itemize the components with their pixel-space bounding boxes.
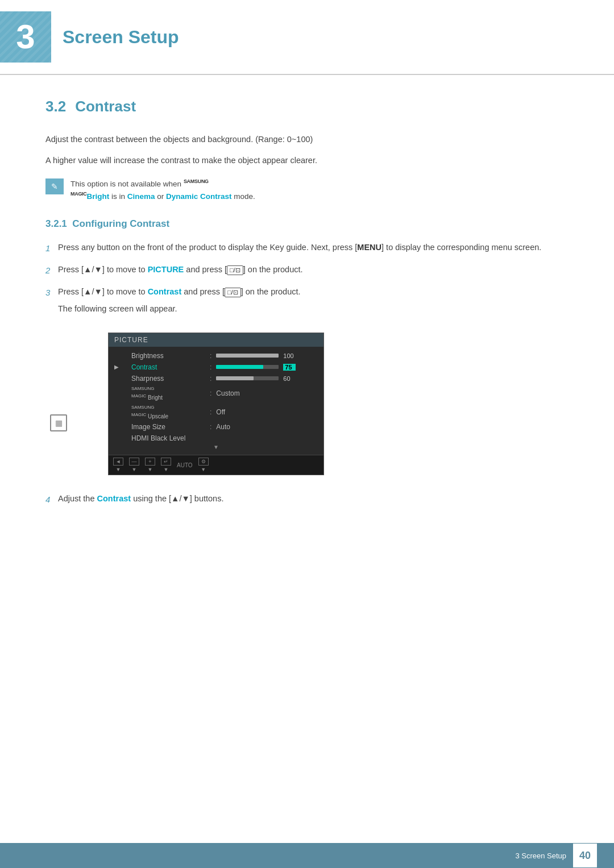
monitor-side-icon: ▦ — [50, 414, 67, 431]
step-4: 4 Adjust the Contrast using the [▲/▼] bu… — [45, 492, 569, 506]
menu-row-sharpness: Sharpness : 60 — [109, 373, 323, 384]
toolbar-btn-enter: ↵ ▼ — [161, 458, 171, 472]
toolbar-btn-minus: — ▼ — [129, 458, 139, 472]
header-divider — [0, 74, 614, 75]
step4-list: 4 Adjust the Contrast using the [▲/▼] bu… — [45, 492, 569, 506]
step-3-note: The following screen will appear. — [58, 302, 569, 315]
note-box: This option is not available when SAMSUN… — [45, 177, 569, 202]
step-2: 2 Press [▲/▼] to move to PICTURE and pre… — [45, 263, 569, 277]
description1: Adjust the contrast between the objects … — [45, 132, 569, 147]
description2: A higher value will increase the contras… — [45, 153, 569, 168]
chapter-box: 3 — [0, 11, 51, 63]
toolbar-btn-plus: + ▼ — [145, 458, 155, 472]
page-header: 3 Screen Setup — [0, 0, 614, 68]
menu-row-image-size: Image Size : Auto — [109, 421, 323, 433]
chapter-number: 3 — [16, 20, 35, 54]
menu-screenshot: PICTURE Brightness : 100 ▶ Cont — [108, 333, 324, 475]
main-content: 3.2Contrast Adjust the contrast between … — [0, 98, 614, 506]
section-number: 3.2 — [45, 98, 66, 115]
subsection-title: 3.2.1 Configuring Contrast — [45, 218, 569, 230]
menu-row-magic-upscale: SAMSUNGMAGIC Upscale : Off — [109, 403, 323, 422]
menu-row-magic-bright: SAMSUNGMAGIC Bright : Custom — [109, 384, 323, 403]
menu-items: Brightness : 100 ▶ Contrast : — [109, 347, 323, 455]
menu-scroll-down: ▼ — [109, 444, 323, 451]
steps-list: 1 Press any button on the front of the p… — [45, 241, 569, 315]
menu-toolbar: ◄ ▼ — ▼ + ▼ ↵ ▼ AUTO ⚙ ▼ — [109, 455, 323, 475]
note-icon — [45, 178, 64, 194]
menu-row-brightness: Brightness : 100 — [109, 350, 323, 362]
step-3: 3 Press [▲/▼] to move to Contrast and pr… — [45, 285, 569, 315]
toolbar-btn-settings: ⚙ ▼ — [198, 458, 209, 472]
toolbar-btn-left: ◄ ▼ — [113, 458, 123, 472]
page-footer: 3 Screen Setup 40 — [0, 843, 614, 868]
note-text: This option is not available when SAMSUN… — [70, 177, 255, 202]
step-1: 1 Press any button on the front of the p… — [45, 241, 569, 255]
menu-row-hdmi: HDMI Black Level — [109, 433, 323, 444]
toolbar-auto: AUTO — [177, 462, 193, 468]
menu-row-contrast: ▶ Contrast : 75 — [109, 362, 323, 373]
menu-screenshot-container: ▦ PICTURE Brightness : 100 — [45, 323, 569, 487]
menu-title-bar: PICTURE — [109, 333, 323, 347]
monitor-icon-area: ▦ — [45, 323, 74, 431]
footer-section-label: 3 Screen Setup — [515, 852, 566, 860]
section-title: 3.2Contrast — [45, 98, 569, 115]
chapter-title: Screen Setup — [63, 27, 179, 48]
footer-page-number: 40 — [573, 844, 597, 867]
